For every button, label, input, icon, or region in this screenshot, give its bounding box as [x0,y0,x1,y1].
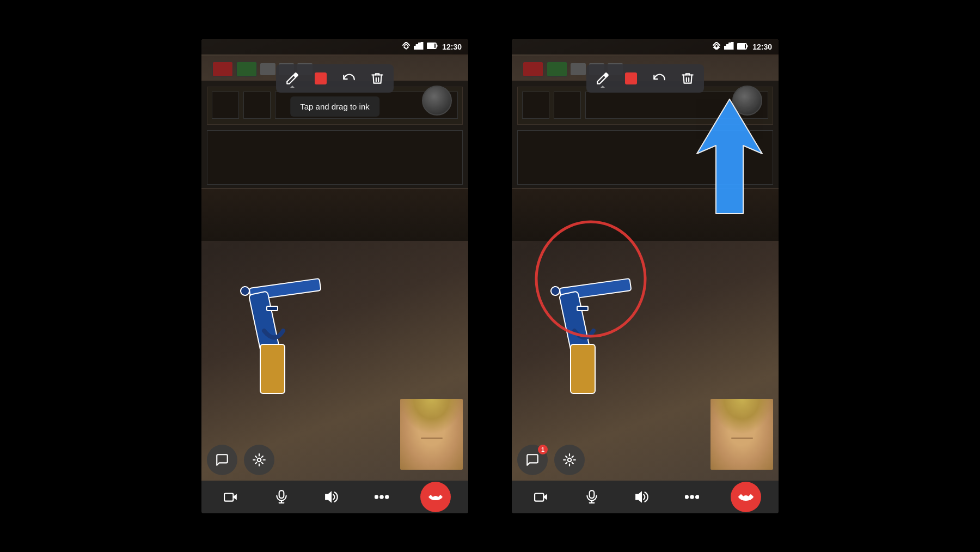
right-battery-icon [737,42,748,52]
right-annotation-arrow [686,94,773,219]
svg-point-20 [381,495,383,498]
bg-red-btn [212,62,233,77]
left-gun-object [212,252,354,421]
svg-rect-24 [727,45,728,50]
bg-p2 [243,92,271,119]
right-toolbar [586,64,704,93]
left-status-bar: 12:30 [201,39,468,54]
svg-rect-39 [589,490,594,498]
right-chat-button[interactable]: 1 [517,445,548,475]
left-speaker-button[interactable] [320,485,344,509]
svg-point-37 [568,458,572,462]
left-self-view [400,399,463,470]
svg-marker-22 [714,46,719,50]
left-color-swatch [315,72,327,84]
left-self-view-hair [400,399,463,434]
bg-p1 [212,92,239,119]
left-tooltip: Tap and drag to ink [290,96,379,117]
left-more-button[interactable] [370,485,394,509]
right-undo-button[interactable] [650,69,669,88]
right-time: 12:30 [752,43,772,51]
left-wifi-icon [402,42,411,51]
svg-marker-42 [635,491,642,503]
bg-green-btn [236,62,257,77]
right-self-view [710,399,773,470]
svg-point-43 [685,495,688,498]
svg-rect-7 [437,45,438,47]
svg-rect-6 [427,44,434,48]
svg-point-21 [385,495,388,498]
svg-rect-23 [724,46,726,50]
right-phone-screen: 12:30 [512,39,779,513]
right-self-view-hair [710,399,773,434]
right-face-mouth [731,438,753,439]
left-mic-button[interactable] [270,485,293,509]
svg-point-44 [691,495,694,498]
svg-rect-3 [419,43,420,50]
bg-lower-panel [207,130,463,185]
left-ar-button[interactable] [244,445,274,475]
svg-marker-0 [403,46,409,50]
svg-point-19 [375,495,378,498]
svg-rect-12 [267,306,278,311]
svg-rect-10 [260,344,285,393]
svg-point-11 [240,286,250,295]
right-pen-active-indicator [601,86,605,88]
right-pen-button[interactable] [593,69,612,88]
right-wifi-icon [712,42,721,52]
right-delete-button[interactable] [678,69,697,88]
left-undo-button[interactable] [339,69,359,88]
svg-rect-1 [414,46,415,50]
svg-marker-18 [325,491,332,503]
left-pen-button[interactable] [283,69,302,88]
screens-container: 12:30 [0,0,980,552]
left-battery-icon [427,43,438,51]
svg-point-13 [258,458,261,462]
svg-rect-29 [747,45,748,47]
left-toolbar [276,64,394,93]
bg-grey-btn1 [260,63,275,75]
svg-rect-4 [421,42,423,50]
right-chat-badge: 1 [538,445,548,454]
right-signal-icon [724,42,734,52]
svg-marker-36 [697,99,762,214]
svg-point-35 [536,222,645,336]
left-action-buttons [207,445,274,475]
left-end-call-button[interactable] [420,482,451,512]
right-status-bar: 12:30 [512,39,779,54]
svg-rect-28 [738,44,745,48]
left-face-mouth [421,438,443,439]
svg-rect-14 [224,493,233,501]
right-mic-button[interactable] [580,485,604,509]
left-video-button[interactable] [219,485,243,509]
right-speaker-button[interactable] [630,485,654,509]
right-end-call-button[interactable] [731,482,761,512]
right-color-swatch [625,72,637,84]
left-signal-icon [414,42,424,51]
right-action-buttons: 1 [517,445,585,475]
svg-rect-38 [535,493,543,501]
svg-rect-26 [732,42,733,50]
left-delete-button[interactable] [367,69,387,88]
bg-knob [422,86,452,116]
svg-rect-2 [416,45,418,50]
left-time: 12:30 [442,43,462,51]
svg-rect-25 [729,43,731,50]
left-chat-button[interactable] [207,445,237,475]
right-control-bar [512,481,779,513]
left-control-bar [201,481,468,513]
left-color-button[interactable] [311,69,330,88]
screens-divider [468,39,512,513]
right-more-button[interactable] [680,485,704,509]
right-video-button[interactable] [529,485,553,509]
left-phone-screen: 12:30 [201,39,468,513]
right-color-button[interactable] [621,69,641,88]
right-ar-button[interactable] [554,445,585,475]
svg-rect-15 [279,490,284,498]
left-tooltip-text: Tap and drag to ink [300,102,370,111]
svg-point-45 [696,495,699,498]
